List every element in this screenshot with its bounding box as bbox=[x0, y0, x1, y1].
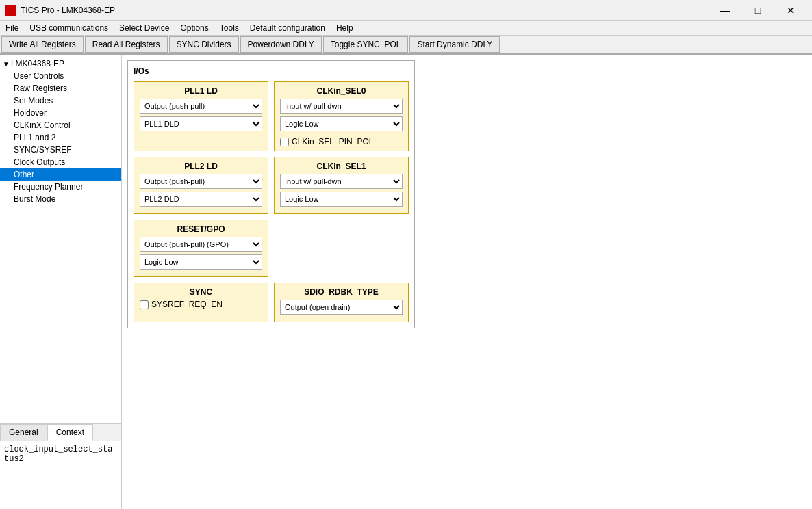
reset-gpo-title: RESET/GPO bbox=[140, 224, 262, 234]
window-title: TICS Pro - LMK04368-EP bbox=[21, 5, 115, 15]
menu-bar: File USB communications Select Device Op… bbox=[0, 21, 812, 36]
write-all-registers-button[interactable]: Write All Registers bbox=[1, 36, 84, 53]
sysref-req-en-label: SYSREF_REQ_EN bbox=[151, 300, 223, 309]
clkin-sel0-section: CLKin_SEL0 Input w/ pull-dwn Input w/ pu… bbox=[274, 81, 409, 151]
menu-usb[interactable]: USB communications bbox=[24, 22, 114, 34]
sidebar-bottom: General Context clock_input_select_statu… bbox=[0, 423, 121, 509]
sidebar-root-label: LMK04368-EP bbox=[11, 59, 64, 68]
ios-title: I/Os bbox=[134, 66, 409, 76]
menu-options[interactable]: Options bbox=[175, 22, 214, 34]
pll2-ld-section: PLL2 LD Output (push-pull) Output (open … bbox=[134, 157, 268, 214]
sync-title: SYNC bbox=[140, 287, 262, 297]
reset-gpo-output-select[interactable]: Output (push-pull) (GPO) Input (RESET) R… bbox=[140, 237, 262, 252]
clkin-sel0-logic-select[interactable]: Logic Low Logic High bbox=[280, 116, 403, 131]
read-all-registers-button[interactable]: Read All Registers bbox=[85, 36, 168, 53]
sidebar: ▼ LMK04368-EP User Controls Raw Register… bbox=[0, 55, 122, 509]
content-area: I/Os PLL1 LD Output (push-pull) Output (… bbox=[122, 55, 812, 509]
pll1-ld-section: PLL1 LD Output (push-pull) Output (open … bbox=[134, 81, 268, 151]
clkin-sel1-logic-select[interactable]: Logic Low Logic High bbox=[280, 192, 403, 207]
sidebar-item-burst-mode[interactable]: Burst Mode bbox=[0, 193, 121, 205]
sysref-req-en-checkbox[interactable] bbox=[140, 300, 149, 309]
sidebar-item-clock-outputs[interactable]: Clock Outputs bbox=[0, 156, 121, 168]
start-dynamic-ddly-button[interactable]: Start Dynamic DDLY bbox=[409, 36, 500, 53]
sidebar-item-other[interactable]: Other bbox=[0, 168, 121, 181]
toolbar: Write All Registers Read All Registers S… bbox=[0, 36, 812, 55]
sidebar-item-pll1-and-2[interactable]: PLL1 and 2 bbox=[0, 131, 121, 144]
menu-default-config[interactable]: Default configuration bbox=[244, 22, 331, 34]
clkin-sel-pin-pol-label: CLKin_SEL_PIN_POL bbox=[292, 137, 373, 146]
menu-file[interactable]: File bbox=[0, 22, 24, 34]
pll1-ld-output-select[interactable]: Output (push-pull) Output (open drain) I… bbox=[140, 99, 262, 114]
sidebar-item-set-modes[interactable]: Set Modes bbox=[0, 94, 121, 107]
title-bar: TICS Pro - LMK04368-EP — □ ✕ bbox=[0, 0, 812, 21]
menu-select-device[interactable]: Select Device bbox=[114, 22, 175, 34]
pll2-ld-dld-select[interactable]: PLL1 DLD PLL2 DLD Both DLD bbox=[140, 192, 262, 207]
clkin-sel1-section: CLKin_SEL1 Input w/ pull-dwn Input w/ pu… bbox=[274, 157, 409, 214]
clkin-sel-pin-pol-checkbox[interactable] bbox=[280, 138, 289, 146]
sysref-req-en-row: SYSREF_REQ_EN bbox=[140, 300, 262, 309]
tab-context[interactable]: Context bbox=[47, 424, 93, 441]
ios-panel: I/Os PLL1 LD Output (push-pull) Output (… bbox=[127, 60, 415, 328]
clkin-sel0-pull-select[interactable]: Input w/ pull-dwn Input w/ pull-up Outpu… bbox=[280, 99, 403, 114]
menu-help[interactable]: Help bbox=[331, 22, 359, 34]
sidebar-item-user-controls[interactable]: User Controls bbox=[0, 70, 121, 82]
sdio-rdbk-type-select[interactable]: Output (open drain) Output (push-pull) bbox=[280, 300, 403, 315]
minimize-button[interactable]: — bbox=[709, 0, 741, 21]
sidebar-item-clkinx-control[interactable]: CLKinX Control bbox=[0, 119, 121, 131]
menu-tools[interactable]: Tools bbox=[214, 22, 244, 34]
sidebar-root[interactable]: ▼ LMK04368-EP bbox=[0, 57, 121, 70]
tree-arrow-icon: ▼ bbox=[3, 60, 10, 68]
reset-gpo-logic-select[interactable]: Logic Low Logic High bbox=[140, 254, 262, 270]
pll2-ld-output-select[interactable]: Output (push-pull) Output (open drain) I… bbox=[140, 174, 262, 189]
clkin-sel1-title: CLKin_SEL1 bbox=[280, 161, 403, 171]
reset-gpo-section: RESET/GPO Output (push-pull) (GPO) Input… bbox=[134, 220, 268, 277]
sidebar-item-raw-registers[interactable]: Raw Registers bbox=[0, 82, 121, 94]
tab-general[interactable]: General bbox=[0, 424, 47, 441]
sync-section: SYNC SYSREF_REQ_EN bbox=[134, 283, 268, 322]
clkin-sel1-pull-select[interactable]: Input w/ pull-dwn Input w/ pull-up Outpu… bbox=[280, 174, 403, 189]
sdio-rdbk-title: SDIO_RDBK_TYPE bbox=[280, 287, 403, 297]
close-button[interactable]: ✕ bbox=[775, 0, 807, 21]
powerdown-ddly-button[interactable]: Powerdown DDLY bbox=[240, 36, 322, 53]
sync-dividers-button[interactable]: SYNC Dividers bbox=[169, 36, 239, 53]
main-layout: ▼ LMK04368-EP User Controls Raw Register… bbox=[0, 55, 812, 509]
bottom-row: SYNC SYSREF_REQ_EN SDIO_RDBK_TYPE Output… bbox=[134, 283, 409, 322]
io-grid: PLL1 LD Output (push-pull) Output (open … bbox=[134, 81, 409, 277]
maximize-button[interactable]: □ bbox=[742, 0, 774, 21]
sidebar-tabs: General Context bbox=[0, 424, 121, 441]
pll1-ld-dld-select[interactable]: PLL1 DLD PLL2 DLD Both DLD bbox=[140, 116, 262, 131]
clkin-sel0-title: CLKin_SEL0 bbox=[280, 86, 403, 96]
sidebar-item-frequency-planner[interactable]: Frequency Planner bbox=[0, 181, 121, 193]
clkin-sel-pin-pol-row: CLKin_SEL_PIN_POL bbox=[280, 137, 403, 146]
sidebar-context-content: clock_input_select_status2 bbox=[0, 441, 121, 509]
sdio-rdbk-section: SDIO_RDBK_TYPE Output (open drain) Outpu… bbox=[274, 283, 409, 322]
pll1-ld-title: PLL1 LD bbox=[140, 86, 262, 96]
sidebar-tree: ▼ LMK04368-EP User Controls Raw Register… bbox=[0, 55, 121, 423]
sidebar-item-holdover[interactable]: Holdover bbox=[0, 107, 121, 119]
sidebar-item-sync-sysref[interactable]: SYNC/SYSREF bbox=[0, 144, 121, 156]
toggle-sync-pol-button[interactable]: Toggle SYNC_POL bbox=[323, 36, 409, 53]
app-icon bbox=[5, 5, 16, 16]
pll2-ld-title: PLL2 LD bbox=[140, 161, 262, 171]
window-controls: — □ ✕ bbox=[709, 0, 807, 21]
